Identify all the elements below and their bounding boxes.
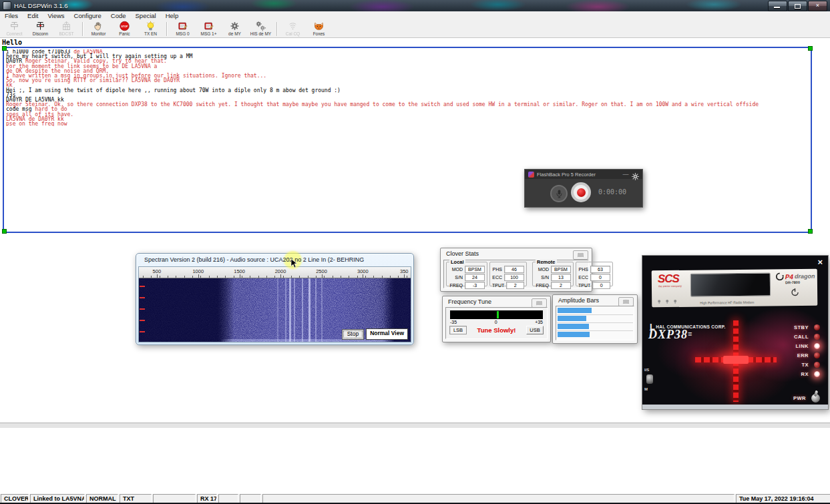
sync-mark <box>140 297 145 298</box>
toolbar-separator <box>276 22 277 36</box>
status-cell-linked-to-la5vna: Linked to LA5VNA <box>30 494 85 503</box>
spectran-title-bar[interactable]: Spectran Version 2 (build 216) - Audio s… <box>136 254 413 267</box>
toolbar-button-msg-0[interactable]: MSG 0 <box>170 20 196 37</box>
photo-close-button[interactable]: × <box>817 257 823 267</box>
gears-icon <box>255 21 266 31</box>
stats-group-remote: RemoteMODBPSMS/N13FREQ2 <box>532 262 574 286</box>
toolbar-button-label: TX EN <box>144 31 157 36</box>
scs-brand: SCS <box>658 274 679 284</box>
toolbar-button-label: Panic <box>119 31 130 36</box>
stats-group-local: LocalMODBPSMS/N24FREQ-3 <box>446 262 487 286</box>
recorder-window: FlashBack Pro 5 Recorder — 0:00:00 <box>524 169 643 208</box>
menu-special[interactable]: Special <box>131 11 161 20</box>
hal-dspwin-window: HAL DSPWin 3.1.6 × FilesEditViewsConfigu… <box>0 0 830 504</box>
toolbar-button-label: Foxes <box>313 31 325 36</box>
lsb-button[interactable]: LSB <box>449 326 467 334</box>
selection-handle[interactable] <box>808 229 813 234</box>
stat-value: 46 <box>504 266 524 273</box>
usb-button[interactable]: USB <box>526 326 544 334</box>
selection-handle[interactable] <box>808 46 813 51</box>
menu-edit[interactable]: Edit <box>23 11 43 20</box>
stat-label: PHS <box>579 267 588 272</box>
panel-side-switch <box>646 374 653 384</box>
tune-warning: Tune Slowly! <box>477 326 516 334</box>
clover-groups: LocalMODBPSMS/N24FREQ-3PHS46ECC100TPUT2R… <box>443 260 589 288</box>
stat-value: -3 <box>465 282 485 289</box>
terminal-greeting: Hello <box>2 39 22 46</box>
clover-stats-close-button[interactable] <box>573 250 588 260</box>
toolbar-button-disconn[interactable]: Disconn <box>27 20 53 37</box>
microphone-button[interactable] <box>550 185 568 202</box>
stby-led <box>814 324 820 330</box>
toolbar-button-foxes[interactable]: Foxes <box>306 20 332 37</box>
restore-button[interactable] <box>788 1 807 11</box>
toolbar-button-cal-cq: Cal CQ <box>280 20 306 37</box>
pwr-label: PWR <box>793 395 806 401</box>
link-led <box>814 343 820 349</box>
recorder-minimize-button[interactable]: — <box>622 171 629 178</box>
led-row-rx: RX <box>794 371 820 377</box>
toolbar-separator <box>82 22 83 36</box>
stop-button[interactable]: Stop <box>342 329 365 340</box>
amplitude-bar <box>557 331 633 338</box>
minimize-button[interactable] <box>768 1 787 11</box>
close-button[interactable]: × <box>808 1 827 11</box>
gear-icon <box>229 21 240 31</box>
stat-label: TPUT <box>578 283 590 288</box>
toolbar: ConnectDisconnBDCSTMonitorSTOPPanicTX EN… <box>0 20 830 38</box>
monitor-icon <box>93 21 104 31</box>
toolbar-button-msg-1[interactable]: MSG 1+ <box>196 20 222 37</box>
toolbar-button-label: HIS de MY <box>250 31 271 36</box>
stat-label: PHS <box>493 267 502 272</box>
toolbar-button-monitor[interactable]: Monitor <box>85 20 112 37</box>
status-bar: CLOVERLinked to LA5VNANORMALTXTRX 17Tue … <box>0 493 830 503</box>
status-cell-empty <box>262 494 735 503</box>
toolbar-button-bdcst: BDCST <box>53 20 79 37</box>
stat-value: 63 <box>590 266 610 273</box>
normal-view-button[interactable]: Normal View <box>366 328 408 340</box>
menu-code[interactable]: Code <box>106 11 131 20</box>
toolbar-button-de-my[interactable]: de MY <box>222 20 248 37</box>
tuning-scale: -35 0 +35 <box>450 320 543 324</box>
toolbar-button-tx-en[interactable]: TX EN <box>138 20 164 37</box>
clover-stats-title[interactable]: Clover Stats <box>441 248 592 259</box>
toolbar-button-connect: Connect <box>1 20 27 37</box>
toolbar-button-his-de-my[interactable]: HIS de MY <box>248 20 274 37</box>
menu-views[interactable]: Views <box>43 11 69 20</box>
stat-label: FREQ <box>536 283 549 288</box>
frequency-ruler: 50010001500200025003000350 <box>139 267 411 278</box>
ruler-label: 1500 <box>234 268 245 274</box>
terminal-line: pse on the freq now <box>6 121 807 126</box>
hardware-photo-window: × SCS the pactor company P4dragon DR-780… <box>642 256 828 409</box>
selection-handle[interactable] <box>2 229 7 234</box>
toolbar-button-panic[interactable]: STOPPanic <box>112 20 138 37</box>
scs-caption: High Performance HF-Radio Modem <box>700 300 754 305</box>
title-bar[interactable]: HAL DSPWin 3.1.6 × <box>0 0 830 11</box>
stats-group-remote-extra: PHS63ECC0TPUT0 <box>576 262 613 286</box>
frequency-tune-close-button[interactable] <box>532 298 547 308</box>
power-toggle-switch <box>811 394 820 403</box>
stat-value: 0 <box>592 282 610 289</box>
menu-configure[interactable]: Configure <box>69 11 106 20</box>
record-dot-icon <box>577 188 586 197</box>
menu-bar: FilesEditViewsConfigureCodeSpecialHelp <box>0 11 830 21</box>
status-cell-empty <box>218 494 238 503</box>
recorder-title-bar[interactable]: FlashBack Pro 5 Recorder — <box>525 170 642 179</box>
stat-label: MOD <box>538 267 549 272</box>
record-button[interactable] <box>571 182 591 202</box>
scs-p4-label: P4 <box>785 273 793 280</box>
toolbar-button-label: Connect <box>6 31 22 36</box>
recorder-settings-icon[interactable] <box>632 171 639 178</box>
tx-led <box>814 362 820 368</box>
menu-help[interactable]: Help <box>161 11 184 20</box>
menu-files[interactable]: Files <box>0 11 23 20</box>
amplitude-bars-close-button[interactable] <box>618 297 634 306</box>
led-row-tx: TX <box>794 362 820 368</box>
terminal-line: code msg hard to do <box>6 107 807 111</box>
terminal-line: Roger Steinar. Ok, so there connection D… <box>6 102 807 107</box>
dragon-logo-icon <box>776 272 784 280</box>
stat-value: 13 <box>551 274 571 281</box>
recorder-timer: 0:00:00 <box>598 188 626 196</box>
toolbar-separator <box>166 22 167 36</box>
tx-pane[interactable] <box>0 428 830 493</box>
